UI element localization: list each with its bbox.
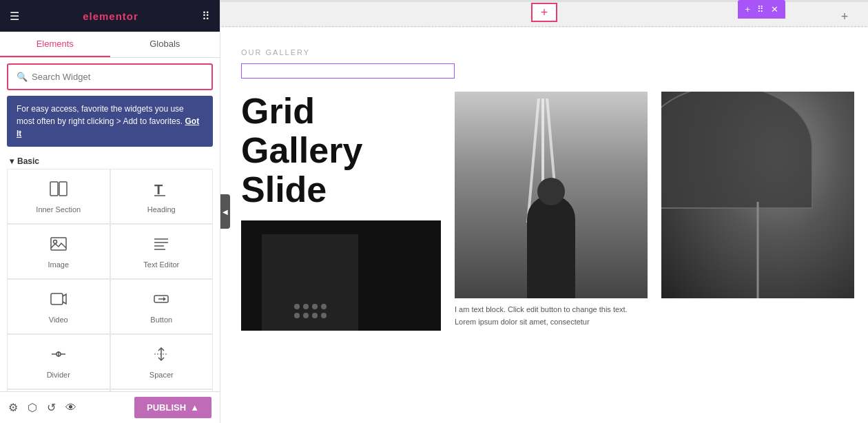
umbrella-dome [661,92,813,209]
button-icon [152,289,171,311]
selected-widget[interactable] [241,63,455,79]
spacer-svg [152,344,171,364]
collapse-icon: ◀ [223,208,228,216]
image-svg [49,234,68,254]
building-dot [294,313,300,318]
layers-icon[interactable]: ⬡ [28,401,37,414]
image-icon [49,234,68,256]
building-dot [294,304,300,309]
gallery-title: Grid Gallery Slide [241,92,441,210]
text-editor-svg [152,234,171,254]
video-svg [49,289,68,309]
panel-tabs: Elements Globals [0,32,220,58]
svg-rect-10 [51,293,63,305]
button-label: Button [150,316,172,324]
settings-icon[interactable]: ⚙ [8,401,18,414]
search-icon: 🔍 [17,72,28,82]
svg-marker-13 [163,297,166,301]
building-shape [262,234,358,331]
gallery-right-col [661,92,854,331]
heading-label: Heading [147,205,176,214]
gallery-center-col: I am text block. Click edit button to ch… [455,92,648,331]
bottom-left-icons: ⚙ ⬡ ↺ 👁 [8,401,76,414]
button-svg [152,289,171,309]
collapse-handle[interactable]: ◀ [220,194,230,229]
inner-section-label: Inner Section [36,205,81,214]
main-canvas: + + ⠿ ✕ + OUR GALLERY Grid Gallery [220,0,868,423]
widget-image[interactable]: Image [7,224,110,279]
publish-label: PUBLISH [147,402,186,413]
building-photo [241,220,441,331]
column-add-button[interactable]: + [835,7,854,26]
building-dot [303,313,309,318]
info-box: For easy access, favorite the widgets yo… [7,96,213,147]
gallery-layout: Grid Gallery Slide [241,92,847,331]
svg-rect-0 [50,182,58,196]
add-section-icon: + [541,6,548,20]
widget-button[interactable]: Button [110,279,214,334]
left-panel: ☰ elementor ⠿ Elements Globals 🔍 For eas… [0,0,220,423]
widget-inner-section[interactable]: Inner Section [7,169,110,224]
image-label: Image [48,260,69,269]
widget-divider[interactable]: Divider [7,334,110,389]
building-dots-grid [289,298,332,324]
column-add-icon: + [841,10,849,24]
canvas-dotted-border [222,26,867,27]
text-block[interactable]: I am text block. Click edit button to ch… [455,304,648,328]
bottom-toolbar: ⚙ ⬡ ↺ 👁 PUBLISH ▲ [0,391,220,423]
preview-icon[interactable]: 👁 [65,402,76,414]
search-container: 🔍 [7,63,213,90]
person-body [527,195,575,298]
widget-heading[interactable]: T Heading [110,169,214,224]
widget-grid: Inner Section T Heading Image [0,169,220,423]
grid-icon[interactable]: ⠿ [202,10,210,23]
spacer-label: Spacer [149,371,174,379]
widget-video[interactable]: Video [7,279,110,334]
heading-svg: T [152,179,171,198]
section-move-button[interactable]: ⠿ [754,3,767,16]
text-editor-icon [152,234,171,256]
gallery-title-line3: Slide [241,170,441,209]
widget-spacer[interactable]: Spacer [110,334,214,389]
building-dot [312,313,318,318]
section-delete-button[interactable]: ✕ [768,3,781,16]
info-box-text: For easy access, favorite the widgets yo… [17,104,184,126]
video-label: Video [49,316,68,324]
text-editor-label: Text Editor [143,260,179,269]
tab-globals[interactable]: Globals [110,32,220,57]
gallery-title-line2: Gallery [241,131,441,170]
gallery-left-col: Grid Gallery Slide [241,92,441,331]
inner-section-svg [49,179,68,198]
gallery-title-line1: Grid [241,92,441,131]
person-head [537,178,565,205]
publish-button[interactable]: PUBLISH ▲ [134,397,211,418]
divider-icon [49,344,68,367]
divider-label: Divider [47,371,70,379]
history-icon[interactable]: ↺ [47,401,56,414]
tab-elements[interactable]: Elements [0,32,110,57]
svg-text:T: T [154,182,163,197]
svg-rect-4 [51,238,66,250]
gallery-label: OUR GALLERY [241,48,847,56]
basic-section-title[interactable]: Basic [0,152,220,169]
inner-section-icon [49,179,68,201]
spacer-icon [152,344,171,367]
building-dot [312,304,318,309]
umbrella-handle [757,202,759,298]
video-icon [49,289,68,311]
hamburger-icon[interactable]: ☰ [10,10,19,23]
building-dot [321,313,327,318]
panel-header: ☰ elementor ⠿ [0,0,220,32]
building-dot [321,304,327,309]
section-add-button[interactable]: + [742,3,753,16]
search-input[interactable] [32,72,203,82]
elementor-logo: elementor [83,10,138,22]
canvas-content: OUR GALLERY Grid Gallery Slide [220,28,868,423]
building-dot [303,304,309,309]
heading-icon: T [152,179,171,201]
gallery-section: OUR GALLERY Grid Gallery Slide [220,28,868,344]
widget-text-editor[interactable]: Text Editor [110,224,214,279]
add-section-button[interactable]: + [531,3,557,22]
publish-chevron: ▲ [190,402,199,413]
svg-rect-1 [59,182,67,196]
